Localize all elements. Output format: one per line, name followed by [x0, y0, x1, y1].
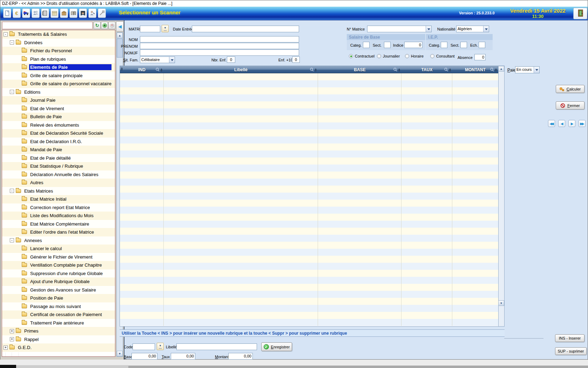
grid-cell[interactable]	[120, 277, 164, 284]
chevron-down-icon[interactable]	[534, 67, 539, 73]
grid-row[interactable]	[120, 129, 498, 136]
grid-cell[interactable]	[452, 143, 498, 150]
tree-item-d-claration-annuelle-des-salaires[interactable]: Déclaration Annuelle des Salaires	[2, 170, 115, 179]
tree-item-g-e-d[interactable]: +G.E.D.	[2, 343, 115, 352]
grid-cell[interactable]	[120, 312, 164, 319]
tree-item-relev-des-moluments[interactable]: Relevé des émoluments	[2, 121, 115, 129]
tree-item-etat-matrice-compl-mentaire[interactable]: Etat Matrice Complémentaire	[2, 220, 115, 228]
sb-indice-input[interactable]: 0	[404, 42, 423, 48]
grid-cell[interactable]	[452, 291, 498, 298]
grid-cell[interactable]	[120, 172, 164, 179]
grid-cell[interactable]	[452, 179, 498, 186]
magnifier-icon[interactable]	[155, 67, 160, 73]
grid-row[interactable]	[120, 207, 498, 214]
grid-cell[interactable]	[401, 122, 452, 129]
technician-icon[interactable]	[88, 8, 96, 18]
grid-cell[interactable]	[401, 319, 452, 326]
grid-cell[interactable]	[452, 319, 498, 326]
grid-cell[interactable]	[401, 277, 452, 284]
grid-cell[interactable]	[318, 136, 401, 143]
sb-sect-input[interactable]	[384, 42, 391, 48]
tree-item-suppression-d-une-rubrique-globale[interactable]: Suppression d'une rubrique Globale	[2, 269, 115, 278]
grid-cell[interactable]	[318, 73, 401, 80]
radio-icon[interactable]	[377, 54, 381, 58]
grid-cell[interactable]	[120, 291, 164, 298]
sort-arrows-icon[interactable]	[495, 67, 497, 73]
grid-cell[interactable]	[401, 108, 452, 115]
grid-row[interactable]	[120, 186, 498, 193]
grid-row[interactable]	[120, 277, 498, 284]
grid-cell[interactable]	[164, 207, 318, 214]
nationalite-select[interactable]: Algérien	[456, 26, 489, 32]
tree-item-lancer-le-calcul[interactable]: Lancer le calcul	[2, 245, 115, 253]
collapse-panel-button[interactable]: ◀	[116, 21, 124, 32]
prenom-input[interactable]	[140, 43, 299, 49]
magnifier-icon[interactable]	[444, 67, 448, 73]
grid-row[interactable]	[120, 235, 498, 242]
grid-cell[interactable]	[120, 263, 164, 270]
grid-scrollbar[interactable]: ▲ ▼	[498, 66, 504, 326]
grid-cell[interactable]	[164, 221, 318, 228]
grid-cell[interactable]	[318, 277, 401, 284]
grid-cell[interactable]	[120, 158, 164, 165]
grid-cell[interactable]	[120, 186, 164, 193]
grid-cell[interactable]	[164, 228, 318, 235]
tree-item-editer-l-ordre-dans-l-etat-matrice[interactable]: Editer l'ordre dans l'etat Matrice	[2, 228, 115, 236]
portrait-icon[interactable]	[79, 8, 87, 18]
expand-node-icon[interactable]: +	[10, 337, 14, 341]
grid-cell[interactable]	[401, 158, 452, 165]
grid-cell[interactable]	[120, 94, 164, 101]
grid-cell[interactable]	[452, 270, 498, 277]
base-input[interactable]: 0,00	[131, 353, 157, 360]
grid-cell[interactable]	[401, 263, 452, 270]
grid-row[interactable]	[120, 249, 498, 256]
enregistrer-button[interactable]: ✓ Enregistrer	[261, 342, 292, 351]
grid-cell[interactable]	[318, 108, 401, 115]
tree-item-position-de-paie[interactable]: Position de Paie	[2, 294, 115, 302]
grid-cell[interactable]	[120, 221, 164, 228]
grid-cell[interactable]	[318, 186, 401, 193]
grid-cell[interactable]	[164, 312, 318, 319]
tree-item-elements-de-paie[interactable]: Elements de Paie	[2, 63, 115, 72]
grid-row[interactable]	[120, 73, 498, 80]
grid-cell[interactable]	[318, 101, 401, 108]
grid-cell[interactable]	[318, 270, 401, 277]
grid-row[interactable]	[120, 200, 498, 207]
nbr-enf-input[interactable]: 0	[227, 56, 235, 63]
grid-cell[interactable]	[120, 136, 164, 143]
sort-arrows-icon[interactable]	[315, 67, 317, 73]
tree-item-etat-de-paie-d-taill[interactable]: Etat de Paie détaillé	[2, 154, 115, 162]
grid-cell[interactable]	[120, 193, 164, 200]
grid-cell[interactable]	[164, 80, 318, 87]
grid-cell[interactable]	[452, 150, 498, 158]
magnifier-icon[interactable]	[393, 67, 398, 73]
grid-cell[interactable]	[164, 291, 318, 298]
grid-row[interactable]	[120, 165, 498, 172]
collapse-node-icon[interactable]: -	[10, 238, 14, 242]
code-browse-button[interactable]: ▾…	[157, 343, 164, 350]
iep-sect-input[interactable]	[460, 42, 467, 48]
grid-cell[interactable]	[120, 122, 164, 129]
new-document-icon[interactable]	[3, 8, 11, 18]
ins-inserer-button[interactable]: INS - Inserer	[555, 334, 584, 342]
tree-item-etat-de-d-claration-i-r-g[interactable]: Etat de Déclaration I.R.G.	[2, 138, 115, 146]
grid-cell[interactable]	[318, 115, 401, 122]
grid-row[interactable]	[120, 108, 498, 115]
date-entree-input[interactable]	[192, 26, 299, 32]
libelle-input[interactable]	[176, 343, 257, 350]
grid-cell[interactable]	[120, 200, 164, 207]
tree-item-bulletin-de-paie[interactable]: Bulletin de Paie	[2, 113, 115, 121]
grid-cell[interactable]	[318, 150, 401, 158]
sort-arrows-icon[interactable]	[160, 67, 163, 73]
tree-item-g-n-rer-le-fichier-de-virement[interactable]: Générer le Fichier de Virement	[2, 253, 115, 261]
grid-cell[interactable]	[401, 200, 452, 207]
tree-item-etat-matrice-initial[interactable]: Etat Matrice Initial	[2, 195, 115, 203]
grid-cell[interactable]	[401, 221, 452, 228]
grid-cell[interactable]	[318, 165, 401, 172]
expand-node-icon[interactable]: +	[4, 346, 8, 350]
grid-cell[interactable]	[164, 94, 318, 101]
grid-cell[interactable]	[120, 143, 164, 150]
grid-row[interactable]	[120, 179, 498, 186]
grid-cell[interactable]	[318, 298, 401, 305]
grid-cell[interactable]	[164, 165, 318, 172]
